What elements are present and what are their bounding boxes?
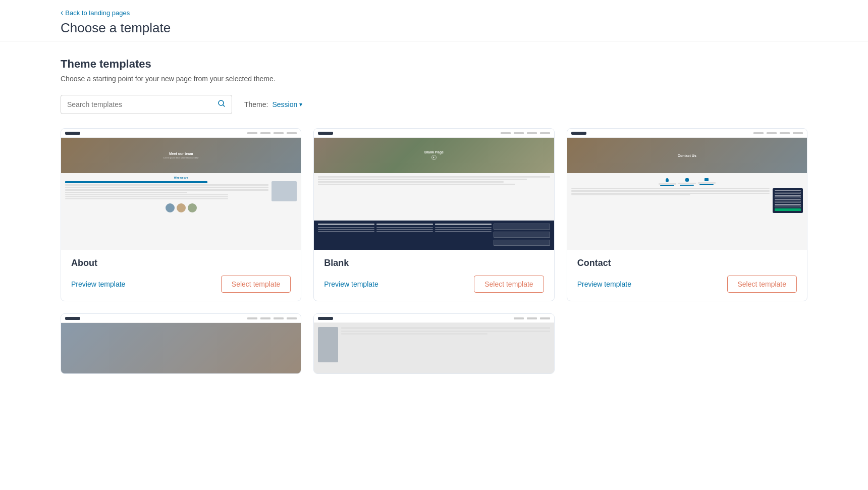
mini-contact-row (571, 178, 803, 186)
mini-text-block (318, 181, 503, 183)
mini-footer-col (494, 224, 550, 247)
mini-nav-link (780, 132, 790, 134)
mini-form-area (571, 188, 803, 213)
mini-avatar (188, 203, 197, 212)
template-preview-contact: Contact Us (567, 129, 807, 250)
mini-content-row (65, 181, 297, 201)
mini-contact-address (659, 178, 676, 186)
theme-dropdown[interactable]: Session (272, 100, 302, 108)
mini-form-label (775, 199, 801, 200)
mini-footer-link (435, 231, 492, 232)
mini-text-line (571, 188, 770, 189)
partial-text-line (341, 327, 550, 329)
mini-footer-link (376, 231, 433, 232)
mini-bullet (65, 196, 228, 197)
mini-section-heading: Who we are (65, 176, 297, 179)
mini-footer-header (376, 224, 433, 225)
mini-text-col (65, 181, 268, 201)
mini-text-line (571, 191, 770, 192)
mini-form-label (775, 195, 801, 196)
mini-nav (314, 314, 554, 323)
partial-content-2 (314, 323, 554, 373)
mini-nav-link (247, 317, 257, 319)
template-name-about: About (71, 258, 291, 268)
mini-footer-link (318, 229, 374, 230)
mini-bullet (65, 198, 228, 199)
mini-body-contact (567, 173, 807, 250)
mini-contact-pin-icon (666, 178, 669, 182)
mini-text-block (65, 184, 268, 186)
preview-template-contact[interactable]: Preview template (577, 280, 631, 288)
mini-footer-dark (314, 221, 554, 250)
mini-hero-text: Meet our team (164, 152, 199, 155)
mini-footer-link (318, 231, 374, 232)
template-name-blank: Blank (324, 258, 544, 268)
mini-text-line (571, 194, 690, 195)
mini-footer-link (376, 229, 433, 230)
mini-form-field (775, 192, 801, 194)
mini-nav-link (514, 317, 524, 319)
template-info-contact: Contact Preview template Select template (567, 250, 807, 301)
search-box (61, 95, 232, 114)
mini-contact-value (660, 185, 674, 186)
mini-hero-contact: Contact Us (567, 138, 807, 173)
back-to-landing-pages-link[interactable]: Back to landing pages (61, 8, 807, 17)
page-title: Choose a template (61, 20, 807, 36)
svg-line-1 (223, 105, 225, 107)
mini-avatars (65, 203, 297, 212)
search-input[interactable] (67, 100, 218, 108)
search-button[interactable] (218, 99, 226, 110)
mini-avatar (177, 203, 186, 212)
mini-contact-label (659, 183, 676, 185)
template-actions-blank: Preview template Select template (324, 276, 544, 293)
mini-nav (567, 129, 807, 138)
theme-row: Theme: Session (244, 100, 302, 108)
mini-text-block (65, 187, 268, 188)
preview-template-about[interactable]: Preview template (71, 280, 125, 288)
mini-footer-link (435, 227, 492, 228)
mini-nav-link (514, 132, 524, 134)
mini-text-block (65, 189, 268, 191)
mini-nav-link (793, 132, 803, 134)
template-actions-about: Preview template Select template (71, 276, 291, 293)
mini-contact-email (698, 178, 716, 186)
mini-hero-about: Meet our team Lorem ipsum dolor sit amet… (61, 138, 301, 173)
mini-body-about: Who we are (61, 173, 301, 250)
mini-nav (61, 129, 301, 138)
mini-contact-phone (678, 178, 696, 186)
mini-nav-link (274, 132, 284, 134)
mini-nav-link (540, 132, 550, 134)
mini-contact-label (678, 183, 696, 184)
partial-preview-2 (314, 314, 554, 373)
mini-nav-link (501, 132, 511, 134)
partial-card-2 (313, 313, 554, 374)
mini-person-image (318, 327, 338, 362)
mini-form-field (775, 205, 801, 207)
mini-text-block (318, 179, 526, 180)
select-template-contact[interactable]: Select template (727, 276, 797, 293)
preview-template-blank[interactable]: Preview template (324, 280, 378, 288)
mini-logo (318, 317, 333, 320)
select-template-blank[interactable]: Select template (474, 276, 544, 293)
mini-nav-link (527, 317, 537, 319)
partial-text-line (341, 333, 487, 335)
mini-nav-link (274, 317, 284, 319)
mini-footer-link (435, 229, 492, 230)
mini-contact-phone-icon (685, 178, 689, 182)
template-name-contact: Contact (577, 258, 797, 268)
mini-form-label (775, 204, 801, 205)
mini-form-field (775, 201, 801, 203)
mini-contact-email-icon (704, 178, 709, 181)
mini-text-block (65, 192, 187, 193)
template-info-blank: Blank Preview template Select template (314, 250, 554, 301)
mini-nav-links (247, 317, 297, 319)
partial-templates-grid (61, 313, 807, 374)
mini-hero-contact-text: Contact Us (678, 154, 696, 157)
select-template-about[interactable]: Select template (221, 276, 291, 293)
filter-row: Theme: Session (61, 95, 807, 114)
mini-nav-links (514, 317, 550, 319)
mini-footer-header (318, 224, 374, 225)
partial-text-area (341, 327, 550, 369)
mini-footer-header (435, 224, 492, 225)
mini-nav-link (247, 132, 257, 134)
